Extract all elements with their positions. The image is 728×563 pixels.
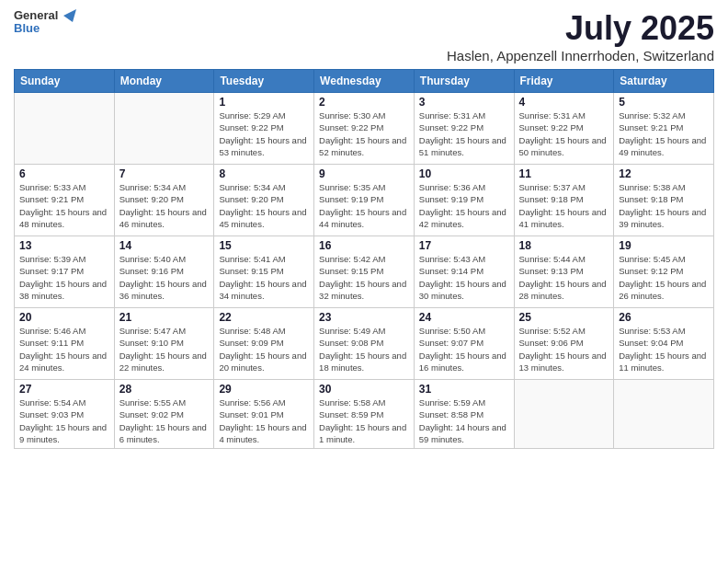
- sunrise-text: Sunrise: 5:49 AM: [319, 326, 385, 336]
- sunset-text: Sunset: 9:15 PM: [319, 266, 383, 276]
- day-number: 31: [419, 383, 509, 396]
- sunrise-text: Sunrise: 5:58 AM: [319, 397, 385, 408]
- day-info: Sunrise: 5:35 AMSunset: 9:19 PMDaylight:…: [319, 181, 409, 230]
- sunrise-text: Sunrise: 5:40 AM: [119, 254, 186, 264]
- week-row-1: 1Sunrise: 5:29 AMSunset: 9:22 PMDaylight…: [15, 93, 714, 165]
- day-info: Sunrise: 5:30 AMSunset: 9:22 PMDaylight:…: [319, 109, 409, 158]
- calendar-cell: 13Sunrise: 5:39 AMSunset: 9:17 PMDayligh…: [15, 236, 115, 308]
- day-number: 6: [19, 167, 109, 180]
- calendar-cell: 25Sunrise: 5:52 AMSunset: 9:06 PMDayligh…: [514, 308, 614, 380]
- day-number: 16: [319, 239, 409, 252]
- weekday-header-saturday: Saturday: [614, 70, 714, 93]
- day-info: Sunrise: 5:36 AMSunset: 9:19 PMDaylight:…: [419, 181, 509, 230]
- day-info: Sunrise: 5:39 AMSunset: 9:17 PMDaylight:…: [19, 253, 109, 302]
- daylight-text: Daylight: 15 hours and 49 minutes.: [619, 135, 706, 157]
- calendar-cell: 8Sunrise: 5:34 AMSunset: 9:20 PMDaylight…: [214, 165, 314, 236]
- daylight-text: Daylight: 15 hours and 42 minutes.: [419, 207, 506, 229]
- calendar-cell: 5Sunrise: 5:32 AMSunset: 9:21 PMDaylight…: [614, 93, 714, 165]
- daylight-text: Daylight: 15 hours and 39 minutes.: [619, 207, 706, 229]
- sunrise-text: Sunrise: 5:47 AM: [119, 326, 186, 336]
- daylight-text: Daylight: 15 hours and 26 minutes.: [619, 279, 706, 301]
- day-info: Sunrise: 5:48 AMSunset: 9:09 PMDaylight:…: [219, 325, 309, 373]
- day-number: 20: [19, 311, 109, 324]
- sunset-text: Sunset: 9:21 PM: [19, 194, 84, 204]
- sunrise-text: Sunrise: 5:38 AM: [619, 182, 685, 192]
- sunrise-text: Sunrise: 5:56 AM: [219, 397, 285, 408]
- day-info: Sunrise: 5:49 AMSunset: 9:08 PMDaylight:…: [319, 325, 409, 373]
- day-info: Sunrise: 5:43 AMSunset: 9:14 PMDaylight:…: [419, 253, 509, 302]
- day-number: 21: [119, 311, 210, 324]
- weekday-header-row: SundayMondayTuesdayWednesdayThursdayFrid…: [15, 70, 714, 93]
- day-number: 2: [319, 96, 409, 109]
- day-info: Sunrise: 5:29 AMSunset: 9:22 PMDaylight:…: [219, 109, 309, 158]
- sunset-text: Sunset: 9:22 PM: [519, 122, 584, 132]
- calendar-cell: 16Sunrise: 5:42 AMSunset: 9:15 PMDayligh…: [314, 236, 415, 308]
- calendar-cell: 7Sunrise: 5:34 AMSunset: 9:20 PMDaylight…: [114, 165, 214, 236]
- day-number: 9: [319, 167, 409, 180]
- sunset-text: Sunset: 9:11 PM: [19, 338, 84, 348]
- daylight-text: Daylight: 15 hours and 13 minutes.: [519, 350, 607, 373]
- sunrise-text: Sunrise: 5:39 AM: [19, 254, 85, 264]
- day-info: Sunrise: 5:44 AMSunset: 9:13 PMDaylight:…: [519, 253, 609, 302]
- calendar-cell: 20Sunrise: 5:46 AMSunset: 9:11 PMDayligh…: [15, 308, 115, 380]
- sunset-text: Sunset: 9:10 PM: [119, 338, 184, 348]
- logo: General Blue: [14, 9, 76, 36]
- sunset-text: Sunset: 9:02 PM: [119, 409, 184, 419]
- day-info: Sunrise: 5:31 AMSunset: 9:22 PMDaylight:…: [519, 109, 609, 158]
- weekday-header-friday: Friday: [514, 70, 614, 93]
- calendar-cell: [114, 93, 214, 165]
- day-number: 13: [19, 239, 109, 252]
- calendar-cell: [15, 93, 115, 165]
- calendar-cell: 30Sunrise: 5:58 AMSunset: 8:59 PMDayligh…: [314, 380, 415, 449]
- calendar-cell: 9Sunrise: 5:35 AMSunset: 9:19 PMDaylight…: [314, 165, 415, 236]
- sunrise-text: Sunrise: 5:59 AM: [419, 397, 485, 408]
- week-row-3: 13Sunrise: 5:39 AMSunset: 9:17 PMDayligh…: [15, 236, 714, 308]
- day-number: 18: [519, 239, 609, 252]
- day-number: 10: [419, 167, 509, 180]
- sunrise-text: Sunrise: 5:53 AM: [619, 326, 685, 336]
- weekday-header-tuesday: Tuesday: [214, 70, 314, 93]
- day-number: 29: [219, 383, 309, 396]
- day-info: Sunrise: 5:31 AMSunset: 9:22 PMDaylight:…: [419, 109, 509, 158]
- daylight-text: Daylight: 15 hours and 9 minutes.: [19, 422, 107, 444]
- calendar-cell: 24Sunrise: 5:50 AMSunset: 9:07 PMDayligh…: [414, 308, 514, 380]
- calendar-cell: 14Sunrise: 5:40 AMSunset: 9:16 PMDayligh…: [114, 236, 214, 308]
- sunrise-text: Sunrise: 5:31 AM: [519, 110, 586, 121]
- sunset-text: Sunset: 9:18 PM: [619, 194, 683, 204]
- sunset-text: Sunset: 9:15 PM: [219, 266, 283, 276]
- day-info: Sunrise: 5:53 AMSunset: 9:04 PMDaylight:…: [619, 325, 709, 373]
- calendar-cell: 22Sunrise: 5:48 AMSunset: 9:09 PMDayligh…: [214, 308, 314, 380]
- day-info: Sunrise: 5:56 AMSunset: 9:01 PMDaylight:…: [219, 396, 309, 445]
- day-number: 8: [219, 167, 309, 180]
- day-number: 7: [119, 167, 210, 180]
- daylight-text: Daylight: 15 hours and 32 minutes.: [319, 279, 406, 301]
- sunset-text: Sunset: 9:22 PM: [319, 122, 383, 132]
- calendar-cell: 1Sunrise: 5:29 AMSunset: 9:22 PMDaylight…: [214, 93, 314, 165]
- sunrise-text: Sunrise: 5:33 AM: [19, 182, 85, 192]
- weekday-header-wednesday: Wednesday: [314, 70, 415, 93]
- sunrise-text: Sunrise: 5:32 AM: [619, 110, 685, 121]
- daylight-text: Daylight: 15 hours and 22 minutes.: [119, 350, 207, 373]
- sunrise-text: Sunrise: 5:34 AM: [119, 182, 186, 192]
- sunset-text: Sunset: 9:06 PM: [519, 338, 584, 348]
- calendar-cell: 6Sunrise: 5:33 AMSunset: 9:21 PMDaylight…: [15, 165, 115, 236]
- sunrise-text: Sunrise: 5:44 AM: [519, 254, 586, 264]
- sunset-text: Sunset: 9:22 PM: [219, 122, 283, 132]
- calendar-cell: 21Sunrise: 5:47 AMSunset: 9:10 PMDayligh…: [114, 308, 214, 380]
- day-number: 22: [219, 311, 309, 324]
- sunset-text: Sunset: 9:20 PM: [119, 194, 184, 204]
- day-number: 14: [119, 239, 210, 252]
- daylight-text: Daylight: 15 hours and 50 minutes.: [519, 135, 607, 157]
- calendar-cell: 17Sunrise: 5:43 AMSunset: 9:14 PMDayligh…: [414, 236, 514, 308]
- day-info: Sunrise: 5:38 AMSunset: 9:18 PMDaylight:…: [619, 181, 709, 230]
- day-info: Sunrise: 5:32 AMSunset: 9:21 PMDaylight:…: [619, 109, 709, 158]
- sunset-text: Sunset: 9:21 PM: [619, 122, 683, 132]
- header: General Blue July 2025 Haslen, Appenzell…: [14, 9, 714, 63]
- sunrise-text: Sunrise: 5:55 AM: [119, 397, 186, 408]
- day-number: 25: [519, 311, 609, 324]
- daylight-text: Daylight: 15 hours and 1 minute.: [319, 422, 406, 444]
- sunrise-text: Sunrise: 5:50 AM: [419, 326, 485, 336]
- day-info: Sunrise: 5:55 AMSunset: 9:02 PMDaylight:…: [119, 396, 210, 445]
- sunset-text: Sunset: 9:16 PM: [119, 266, 184, 276]
- sunset-text: Sunset: 9:20 PM: [219, 194, 283, 204]
